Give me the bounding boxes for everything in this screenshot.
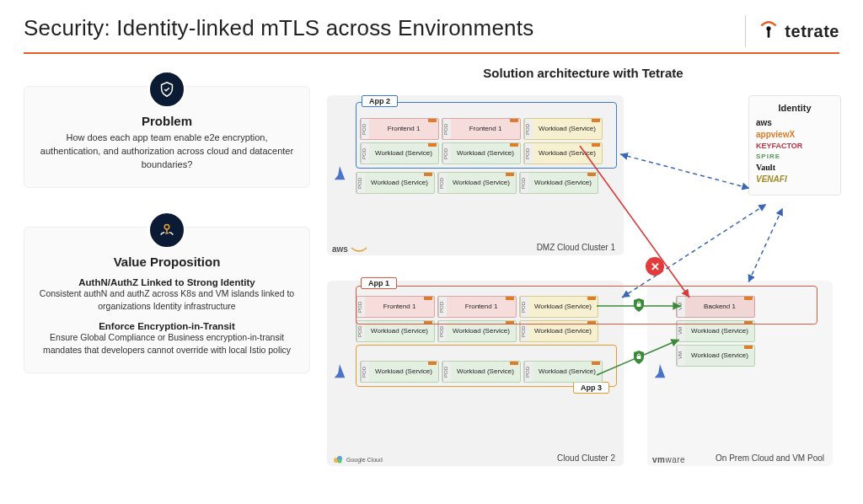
pod-workload: VMWorkload (Service) [676,320,755,342]
pod-workload: PODWorkload (Service) [360,361,439,383]
svg-point-2 [164,224,169,229]
pod-workload: PODWorkload (Service) [519,296,598,318]
cluster-onprem: VMBackend 1 VMWorkload (Service) VMWorkl… [647,281,833,466]
cluster-dmz-label: DMZ Cloud Cluster 1 [327,243,615,252]
value-sub2-body: Ensure Global Compliance or Business enc… [38,331,296,357]
value-sub1-body: Consistent authN and authZ across K8s an… [38,287,296,313]
istio-icon [652,362,667,384]
pod-workload: VMWorkload (Service) [676,345,755,367]
problem-title: Problem [38,114,296,128]
cluster-cc2: PODFrontend 1 PODFrontend 1 PODWorkload … [327,281,624,466]
pod-workload: PODWorkload (Service) [519,172,598,194]
value-sub1-title: AuthN/AuthZ Linked to Strong Identity [38,277,296,287]
istio-icon [332,362,347,384]
identity-title: Identity [756,103,834,113]
pod-workload: PODWorkload (Service) [356,172,435,194]
pod-workload: PODWorkload (Service) [523,118,603,140]
identity-panel: Identity aws appviewX KEYFACTOR SPIRE Va… [748,95,841,196]
shield-lock-icon [632,350,646,365]
app3-box: App 3 PODWorkload (Service) PODWorkload … [356,345,617,387]
value-sub2-title: Enforce Encryption-in-Transit [38,321,296,331]
hands-key-icon [147,211,186,249]
value-title: Value Proposition [38,255,296,269]
tetrate-icon [758,20,780,42]
pod-backend: VMBackend 1 [676,296,755,318]
value-card: Value Proposition AuthN/AuthZ Linked to … [24,227,310,373]
svg-point-5 [338,459,342,464]
svg-rect-1 [768,30,770,38]
shield-lock-icon [632,298,646,313]
pod-frontend: PODFrontend 1 [437,296,517,318]
deny-icon: ✕ [646,257,664,276]
svg-line-6 [620,154,748,188]
brand-logo: tetrate [745,15,839,47]
cluster-dmz: App 2 PODFrontend 1 PODFrontend 1 PODWor… [327,95,624,255]
problem-body: How does each app team enable e2e encryp… [38,131,296,172]
app2-tag: App 2 [362,95,398,107]
app1-tag: App 1 [361,277,397,289]
pod-workload: PODWorkload (Service) [442,142,521,164]
pod-frontend: PODFrontend 1 [356,296,435,318]
istio-icon [332,164,347,186]
pod-workload: PODWorkload (Service) [437,172,517,194]
architecture-title: Solution architecture with Tetrate [327,66,839,80]
pod-workload: PODWorkload (Service) [519,320,598,342]
pod-workload: PODWorkload (Service) [523,361,603,383]
pod-frontend: PODFrontend 1 [360,118,439,140]
page-title: Security: Identity-linked mTLS across En… [24,15,533,41]
pod-workload: PODWorkload (Service) [437,320,517,342]
idp-keyfactor: KEYFACTOR [756,142,834,150]
aws-logo: aws [332,244,367,254]
pod-workload: PODWorkload (Service) [360,142,439,164]
idp-appviewx: appviewX [756,130,834,139]
svg-point-0 [767,26,771,30]
idp-spire: SPIRE [756,153,834,160]
vmware-logo: vmware [652,455,685,464]
pod-workload: PODWorkload (Service) [442,361,521,383]
idp-venafi: VENAFI [756,174,834,184]
gcp-logo: Google Cloud [332,454,383,464]
pod-frontend: PODFrontend 1 [442,118,521,140]
pod-workload: PODWorkload (Service) [356,320,435,342]
pod-workload: PODWorkload (Service) [523,142,603,164]
app2-box: App 2 PODFrontend 1 PODFrontend 1 PODWor… [356,102,617,169]
app3-tag: App 3 [573,382,609,394]
architecture-diagram: App 2 PODFrontend 1 PODFrontend 1 PODWor… [327,87,833,483]
svg-line-8 [748,209,782,282]
problem-card: Problem How does each app team enable e2… [24,86,310,188]
idp-vault: Vault [756,163,834,172]
shield-check-icon [147,70,186,109]
idp-aws: aws [756,118,834,127]
brand-text: tetrate [785,22,839,41]
